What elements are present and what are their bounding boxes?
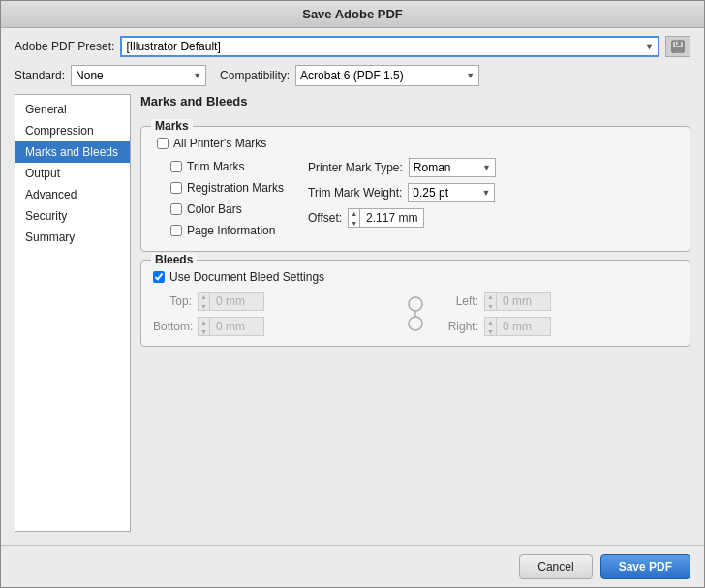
bleeds-group-label: Bleeds [151, 253, 197, 266]
bleed-top-label: Top: [153, 294, 192, 308]
svg-rect-3 [676, 42, 678, 46]
preset-select-wrapper: ▼ [120, 36, 659, 57]
bleed-top-down: ▼ [199, 302, 209, 312]
bleeds-group: Bleeds Use Document Bleed Settings Top: … [140, 260, 690, 347]
sidebar-item-compression[interactable]: Compression [15, 120, 130, 141]
link-icon-area [391, 294, 440, 333]
sidebar-item-summary[interactable]: Summary [15, 227, 130, 248]
use-document-bleed-row: Use Document Bleed Settings [153, 270, 678, 284]
content-area: Marks and Bleeds Marks All Printer's Mar… [140, 94, 690, 532]
all-printers-marks-row: All Printer's Marks [153, 137, 678, 150]
bleed-top-spinner: ▲ ▼ [199, 293, 210, 310]
bleed-bottom-row: Bottom: ▲ ▼ 0 mm [153, 317, 391, 336]
sidebar-item-advanced[interactable]: Advanced [15, 184, 130, 205]
use-document-bleed-label[interactable]: Use Document Bleed Settings [169, 270, 324, 284]
main-area: General Compression Marks and Bleeds Out… [1, 94, 704, 545]
bleed-left-down: ▼ [485, 302, 496, 312]
preset-row: Adobe PDF Preset: ▼ [1, 28, 704, 65]
preset-label: Adobe PDF Preset: [15, 40, 114, 53]
bleed-bottom-input: ▲ ▼ 0 mm [198, 317, 264, 336]
bleed-left-input: ▲ ▼ 0 mm [484, 292, 551, 311]
offset-value[interactable]: 2.117 mm [360, 211, 423, 225]
printer-mark-type-label: Printer Mark Type: [308, 161, 403, 174]
title-bar: Save Adobe PDF [1, 1, 704, 28]
registration-marks-label[interactable]: Registration Marks [187, 181, 284, 195]
save-preset-button[interactable] [665, 36, 690, 57]
bleed-bottom-value: 0 mm [210, 320, 263, 333]
bleed-top-row: Top: ▲ ▼ 0 mm [153, 292, 391, 311]
save-icon [670, 39, 686, 54]
bleed-bottom-up: ▲ [199, 318, 209, 327]
all-printers-marks-label[interactable]: All Printer's Marks [173, 137, 266, 150]
registration-marks-checkbox[interactable] [170, 182, 182, 194]
offset-down-arrow[interactable]: ▼ [349, 219, 359, 229]
footer: Cancel Save PDF [1, 545, 704, 587]
sidebar-item-security[interactable]: Security [15, 205, 130, 227]
color-bars-checkbox[interactable] [170, 203, 182, 215]
bleed-top-value: 0 mm [210, 294, 263, 308]
standard-select-wrapper: None PDF/X-1a PDF/X-3 PDF/X-4 [71, 65, 206, 86]
offset-label: Offset: [308, 211, 342, 225]
bleed-right-row: Right: ▲ ▼ 0 mm [440, 317, 678, 336]
all-printers-marks-checkbox[interactable] [157, 138, 169, 149]
printer-mark-type-row: Printer Mark Type: Roman Japanese [308, 158, 678, 177]
registration-marks-row: Registration Marks [153, 181, 308, 195]
cancel-button[interactable]: Cancel [519, 554, 592, 579]
bleed-top-up: ▲ [199, 293, 209, 302]
bleed-fields-area: Top: ▲ ▼ 0 mm Bottom: [153, 292, 678, 336]
svg-point-4 [409, 297, 422, 311]
save-pdf-dialog: Save Adobe PDF Adobe PDF Preset: ▼ Stand… [0, 0, 705, 588]
sidebar-item-marks-and-bleeds[interactable]: Marks and Bleeds [15, 141, 130, 163]
page-information-label[interactable]: Page Information [187, 224, 275, 237]
sidebar-item-general[interactable]: General [15, 99, 130, 120]
trim-marks-checkbox[interactable] [170, 161, 182, 172]
save-pdf-button[interactable]: Save PDF [600, 554, 690, 579]
trim-marks-row: Trim Marks [153, 160, 308, 173]
svg-rect-1 [675, 41, 681, 46]
trim-mark-weight-select[interactable]: 0.125 pt 0.25 pt 0.50 pt 1.0 pt [408, 183, 495, 202]
section-title: Marks and Bleeds [140, 94, 690, 108]
trim-mark-weight-label: Trim Mark Weight: [308, 186, 402, 200]
bleed-right-col: Left: ▲ ▼ 0 mm Right: [440, 292, 678, 336]
bleed-top-input: ▲ ▼ 0 mm [198, 292, 264, 311]
trim-mark-weight-wrapper: 0.125 pt 0.25 pt 0.50 pt 1.0 pt [408, 183, 495, 202]
compatibility-select-wrapper: Acrobat 4 (PDF 1.3) Acrobat 5 (PDF 1.4) … [295, 65, 479, 86]
bleed-right-label: Right: [440, 320, 478, 333]
marks-right: Printer Mark Type: Roman Japanese Trim M… [308, 158, 678, 241]
compatibility-group: Compatibility: Acrobat 4 (PDF 1.3) Acrob… [220, 65, 479, 86]
standard-select[interactable]: None PDF/X-1a PDF/X-3 PDF/X-4 [71, 65, 206, 86]
page-information-checkbox[interactable] [170, 225, 182, 236]
bleed-left-value: 0 mm [497, 294, 550, 308]
standard-group: Standard: None PDF/X-1a PDF/X-3 PDF/X-4 [15, 65, 206, 86]
marks-group: Marks All Printer's Marks Trim Marks Reg… [140, 126, 690, 252]
marks-grid: Trim Marks Registration Marks Color Bars [153, 158, 678, 241]
use-document-bleed-checkbox[interactable] [153, 271, 165, 283]
svg-point-6 [409, 317, 422, 330]
bleed-right-down: ▼ [485, 327, 496, 337]
bleed-right-spinner: ▲ ▼ [485, 318, 497, 335]
svg-rect-2 [673, 47, 683, 51]
offset-up-arrow[interactable]: ▲ [349, 209, 359, 219]
sidebar-item-output[interactable]: Output [15, 163, 130, 184]
compatibility-select[interactable]: Acrobat 4 (PDF 1.3) Acrobat 5 (PDF 1.4) … [295, 65, 479, 86]
color-bars-label[interactable]: Color Bars [187, 202, 242, 216]
printer-mark-type-select[interactable]: Roman Japanese [409, 158, 496, 177]
marks-group-label: Marks [151, 119, 193, 133]
marks-left: Trim Marks Registration Marks Color Bars [153, 160, 308, 241]
bleed-right-input: ▲ ▼ 0 mm [484, 317, 551, 336]
color-bars-row: Color Bars [153, 202, 308, 216]
page-info-row: Page Information [153, 224, 308, 237]
offset-row: Offset: ▲ ▼ 2.117 mm [308, 208, 678, 228]
bleed-bottom-label: Bottom: [153, 320, 192, 333]
compatibility-label: Compatibility: [220, 69, 290, 82]
bleed-bottom-spinner: ▲ ▼ [199, 318, 210, 335]
sidebar: General Compression Marks and Bleeds Out… [15, 94, 131, 532]
bleed-left-row: Left: ▲ ▼ 0 mm [440, 292, 678, 311]
preset-input[interactable] [120, 36, 659, 57]
trim-marks-label[interactable]: Trim Marks [187, 160, 245, 173]
standard-label: Standard: [15, 69, 65, 82]
bleed-right-up: ▲ [485, 318, 496, 327]
printer-mark-type-wrapper: Roman Japanese [409, 158, 496, 177]
std-compat-row: Standard: None PDF/X-1a PDF/X-3 PDF/X-4 … [1, 65, 704, 94]
offset-spinner: ▲ ▼ [349, 209, 360, 227]
